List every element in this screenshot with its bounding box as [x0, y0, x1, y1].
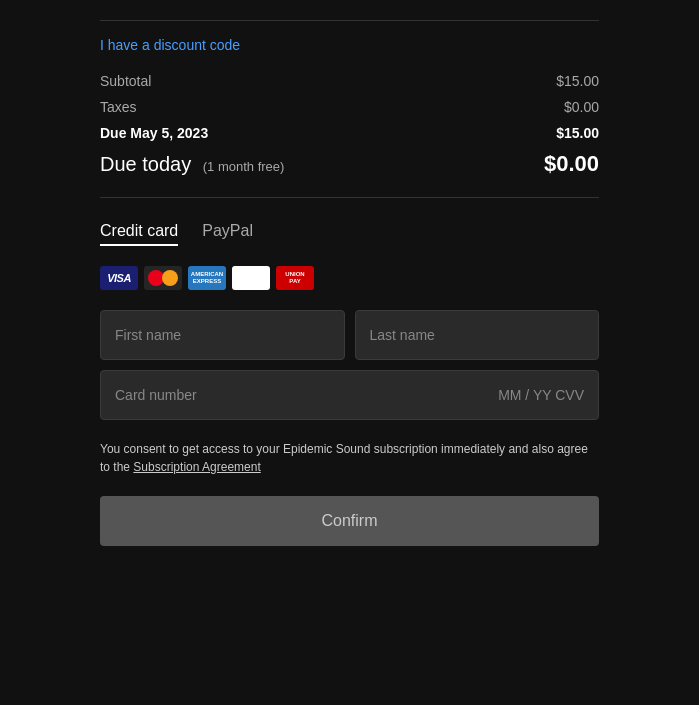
card-icons-row: VISA AMERICANEXPRESS UNIONPAY: [100, 266, 599, 290]
tab-paypal[interactable]: PayPal: [202, 222, 253, 246]
tab-credit-card[interactable]: Credit card: [100, 222, 178, 246]
jcb-icon: [232, 266, 270, 290]
confirm-button[interactable]: Confirm: [100, 496, 599, 546]
taxes-row: Taxes $0.00: [100, 99, 599, 115]
discount-code-link[interactable]: I have a discount code: [100, 37, 599, 53]
taxes-value: $0.00: [564, 99, 599, 115]
name-row: [100, 310, 599, 360]
subscription-agreement-link[interactable]: Subscription Agreement: [133, 460, 260, 474]
subtotal-row: Subtotal $15.00: [100, 73, 599, 89]
unionpay-icon: UNIONPAY: [276, 266, 314, 290]
due-date-value: $15.00: [556, 125, 599, 141]
due-date-label: Due May 5, 2023: [100, 125, 208, 141]
subtotal-value: $15.00: [556, 73, 599, 89]
visa-icon: VISA: [100, 266, 138, 290]
due-today-value: $0.00: [544, 151, 599, 177]
expiry-cvv-label: MM / YY CVV: [498, 387, 584, 403]
due-date-row: Due May 5, 2023 $15.00: [100, 125, 599, 141]
due-today-label: Due today (1 month free): [100, 153, 284, 176]
card-number-input[interactable]: [115, 387, 498, 403]
free-note: (1 month free): [203, 159, 285, 174]
mastercard-icon: [144, 266, 182, 290]
middle-divider: [100, 197, 599, 198]
subtotal-label: Subtotal: [100, 73, 151, 89]
top-divider: [100, 20, 599, 21]
first-name-input[interactable]: [100, 310, 345, 360]
due-today-row: Due today (1 month free) $0.00: [100, 151, 599, 177]
payment-tabs: Credit card PayPal: [100, 222, 599, 246]
consent-text: You consent to get access to your Epidem…: [100, 440, 599, 476]
last-name-input[interactable]: [355, 310, 600, 360]
taxes-label: Taxes: [100, 99, 137, 115]
card-number-row: MM / YY CVV: [100, 370, 599, 420]
amex-icon: AMERICANEXPRESS: [188, 266, 226, 290]
